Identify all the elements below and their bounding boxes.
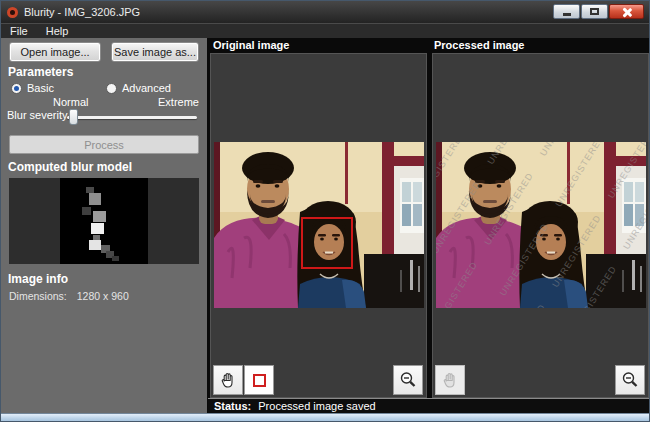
- original-photo[interactable]: [214, 142, 424, 308]
- process-button[interactable]: Process: [9, 135, 199, 154]
- region-select-tool-button[interactable]: [244, 365, 274, 395]
- image-area: Original image Processed image: [207, 38, 650, 413]
- kernel-block: [112, 256, 119, 261]
- minimize-button[interactable]: [553, 4, 580, 19]
- blurity-window: Blurity - IMG_3206.JPG File Help Open im…: [0, 0, 650, 422]
- zoom-out-icon: [620, 370, 640, 390]
- kernel-block: [91, 223, 104, 234]
- pan-tool-button-disabled: [435, 365, 465, 395]
- blur-severity-label: Blur severity: [7, 109, 68, 121]
- menu-file[interactable]: File: [1, 24, 37, 39]
- content: Open image... Save image as... Parameter…: [1, 38, 650, 413]
- dimensions-label: Dimensions:: [9, 290, 67, 302]
- zoom-out-button-processed[interactable]: [615, 365, 645, 395]
- titlebar: Blurity - IMG_3206.JPG: [1, 1, 649, 23]
- window-title: Blurity - IMG_3206.JPG: [24, 6, 140, 18]
- zoom-out-icon: [398, 370, 418, 390]
- blur-kernel-image: [60, 178, 148, 264]
- minimize-icon: [563, 13, 571, 16]
- window-controls: [553, 4, 644, 19]
- blur-kernel-box: [9, 178, 199, 264]
- blur-model-heading: Computed blur model: [8, 160, 132, 174]
- slider-thumb[interactable]: [69, 109, 78, 125]
- left-panel: Open image... Save image as... Parameter…: [1, 38, 207, 413]
- region-select-icon: [253, 374, 266, 387]
- kernel-block: [93, 211, 106, 222]
- menu-help[interactable]: Help: [37, 24, 78, 39]
- close-icon: [622, 7, 632, 17]
- processed-viewport[interactable]: UNREGISTEREDUNREGISTEREDUNREGISTEREDUNRE…: [432, 53, 649, 398]
- kernel-block: [89, 193, 101, 205]
- radio-basic-label: Basic: [27, 82, 54, 94]
- radio-basic[interactable]: Basic: [11, 82, 54, 94]
- open-image-button[interactable]: Open image...: [9, 42, 101, 62]
- radio-advanced[interactable]: Advanced: [106, 82, 171, 94]
- status-label: Status:: [214, 400, 251, 412]
- dimensions-value: 1280 x 960: [77, 290, 129, 302]
- menubar: File Help: [1, 23, 649, 38]
- radio-advanced-circle: [106, 83, 117, 94]
- hand-icon: [218, 370, 238, 390]
- radio-basic-circle: [11, 83, 22, 94]
- kernel-block: [82, 207, 91, 215]
- image-info-heading: Image info: [8, 272, 68, 286]
- kernel-block: [89, 240, 101, 250]
- original-panel-label: Original image: [213, 39, 289, 51]
- slider-max-label: Extreme: [158, 96, 199, 108]
- parameters-heading: Parameters: [8, 65, 73, 79]
- processed-photo[interactable]: UNREGISTEREDUNREGISTEREDUNREGISTEREDUNRE…: [436, 142, 646, 308]
- app-icon: [7, 7, 18, 18]
- radio-advanced-label: Advanced: [122, 82, 171, 94]
- image-dimensions: Dimensions:1280 x 960: [9, 290, 129, 302]
- original-viewport[interactable]: [210, 53, 427, 398]
- maximize-button[interactable]: [581, 4, 608, 19]
- processed-panel-label: Processed image: [434, 39, 525, 51]
- mode-radio-group: Basic Advanced: [11, 82, 201, 96]
- save-image-button[interactable]: Save image as...: [111, 42, 199, 62]
- close-button[interactable]: [609, 4, 644, 19]
- pan-tool-button[interactable]: [213, 365, 243, 395]
- blur-severity-slider[interactable]: [67, 116, 197, 119]
- maximize-icon: [590, 8, 599, 15]
- slider-min-label: Normal: [53, 96, 88, 108]
- hand-icon: [440, 370, 460, 390]
- zoom-out-button-original[interactable]: [393, 365, 423, 395]
- status-bar: Status: Processed image saved: [208, 398, 650, 413]
- window-bottom-border: [1, 413, 650, 422]
- status-text: Processed image saved: [258, 400, 375, 412]
